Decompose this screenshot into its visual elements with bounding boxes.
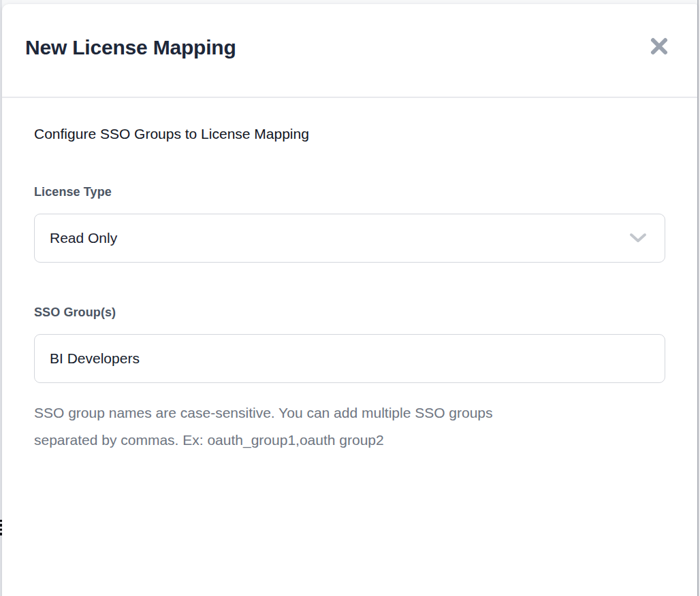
license-type-selected-value: Read Only bbox=[35, 230, 117, 246]
modal-title: New License Mapping bbox=[25, 36, 236, 59]
x-icon bbox=[649, 36, 669, 56]
window-right-border bbox=[697, 0, 699, 596]
close-button[interactable] bbox=[647, 34, 671, 59]
sso-groups-field-wrapper bbox=[34, 334, 665, 383]
modal-subtitle: Configure SSO Groups to License Mapping bbox=[34, 126, 665, 142]
help-line-2: separated by commas. Ex: oauth_group1,oa… bbox=[34, 427, 665, 454]
chevron-down-icon bbox=[629, 232, 648, 244]
screen: New License Mapping Configure SSO Groups… bbox=[0, 0, 700, 596]
sso-groups-help-text: SSO group names are case-sensitive. You … bbox=[34, 399, 665, 454]
license-type-label: License Type bbox=[34, 185, 665, 199]
sso-groups-input[interactable] bbox=[35, 335, 665, 382]
license-type-select[interactable]: Read Only bbox=[34, 214, 665, 263]
help-line-1: SSO group names are case-sensitive. You … bbox=[34, 399, 665, 427]
modal-body: Configure SSO Groups to License Mapping … bbox=[2, 98, 697, 596]
sso-groups-label: SSO Group(s) bbox=[34, 305, 665, 320]
new-license-mapping-modal: New License Mapping Configure SSO Groups… bbox=[2, 4, 697, 596]
modal-header: New License Mapping bbox=[2, 4, 697, 98]
